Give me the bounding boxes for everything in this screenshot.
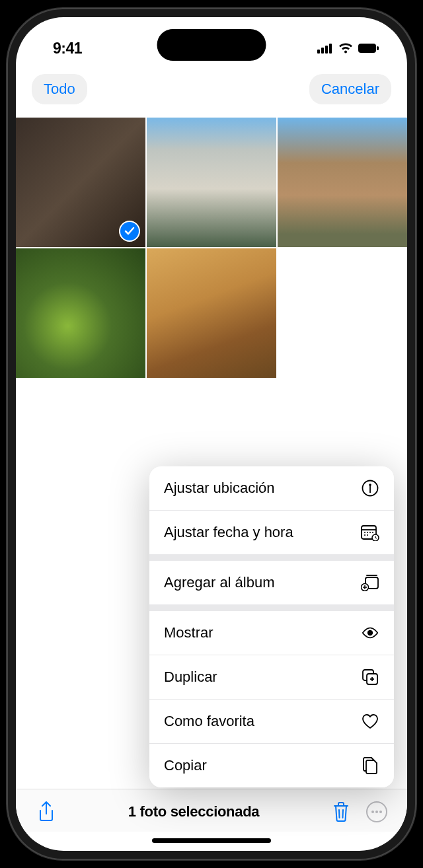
selection-checkmark-icon [119, 221, 140, 242]
status-time: 9:41 [53, 40, 82, 57]
svg-point-12 [367, 532, 368, 533]
more-button[interactable] [365, 800, 389, 824]
battery-icon [358, 43, 379, 54]
svg-rect-0 [317, 50, 320, 54]
dynamic-island [157, 29, 266, 61]
svg-line-29 [339, 810, 340, 818]
svg-point-15 [364, 534, 365, 536]
calendar-icon [361, 523, 379, 542]
menu-adjust-location[interactable]: Ajustar ubicación [149, 466, 394, 510]
svg-rect-4 [358, 44, 376, 53]
album-add-icon [361, 573, 379, 592]
photo-thumbnail[interactable] [147, 248, 276, 378]
menu-adjust-date[interactable]: Ajustar fecha y hora [149, 510, 394, 554]
photo-grid [16, 118, 407, 378]
svg-line-30 [342, 810, 343, 818]
cellular-icon [317, 43, 333, 54]
svg-point-34 [379, 811, 382, 813]
svg-point-24 [367, 630, 373, 635]
home-indicator[interactable] [152, 838, 271, 843]
menu-add-to-album[interactable]: Agregar al álbum [149, 561, 394, 604]
svg-rect-2 [325, 46, 328, 54]
bottom-toolbar: 1 foto seleccionada [16, 789, 407, 832]
selection-count-label: 1 foto seleccionada [128, 803, 259, 820]
duplicate-icon [361, 668, 379, 686]
share-button[interactable] [34, 800, 58, 824]
menu-label: Agregar al álbum [164, 574, 275, 591]
svg-rect-1 [321, 48, 324, 54]
copy-docs-icon [361, 756, 379, 775]
photo-thumbnail[interactable] [16, 118, 145, 247]
navigation-bar: Todo Cancelar [16, 65, 407, 118]
info-circle-icon [361, 479, 379, 497]
svg-rect-3 [329, 44, 332, 54]
select-all-button[interactable]: Todo [32, 74, 87, 104]
heart-icon [361, 712, 379, 731]
svg-rect-5 [377, 46, 379, 50]
menu-label: Como favorita [164, 713, 254, 730]
menu-label: Mostrar [164, 624, 213, 641]
menu-favorite[interactable]: Como favorita [149, 699, 394, 743]
menu-show[interactable]: Mostrar [149, 611, 394, 655]
menu-label: Copiar [164, 757, 207, 774]
photo-thumbnail[interactable] [16, 248, 145, 378]
status-indicators [317, 43, 379, 54]
menu-copy[interactable]: Copiar [149, 743, 394, 787]
eye-icon [361, 624, 379, 642]
photo-thumbnail[interactable] [278, 118, 407, 247]
context-menu: Ajustar ubicación Ajustar fecha y hora [149, 466, 394, 787]
delete-button[interactable] [329, 800, 353, 824]
photo-thumbnail[interactable] [147, 118, 276, 247]
menu-label: Duplicar [164, 669, 217, 686]
menu-duplicate[interactable]: Duplicar [149, 655, 394, 699]
wifi-icon [338, 43, 353, 54]
svg-point-13 [369, 532, 371, 533]
svg-point-16 [367, 534, 368, 536]
svg-point-32 [371, 811, 374, 813]
cancel-button[interactable]: Cancelar [309, 74, 391, 104]
svg-point-14 [372, 532, 373, 533]
menu-label: Ajustar ubicación [164, 480, 275, 497]
svg-point-33 [375, 811, 378, 813]
svg-point-11 [364, 532, 365, 533]
menu-label: Ajustar fecha y hora [164, 524, 293, 541]
